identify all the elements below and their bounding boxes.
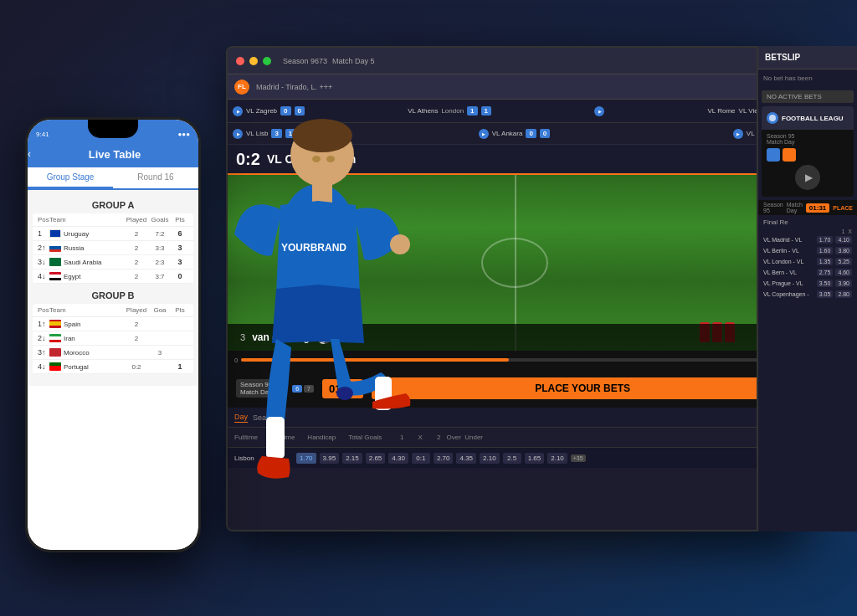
score-prague: 1: [285, 129, 295, 138]
fr-odd-5-x[interactable]: 3.90: [835, 280, 852, 287]
standing-header-b: Pos Team Played Goa Pts: [33, 304, 193, 317]
played-iran: 2: [125, 335, 148, 342]
fr-place-btn[interactable]: PLACE: [833, 205, 853, 211]
odd-hc-2[interactable]: 2.70: [434, 453, 454, 464]
fr-odd-3-1[interactable]: 1.35: [817, 258, 834, 265]
row-portugal: 4↓ Portugal 0:2 1: [33, 360, 193, 374]
play-btn-2[interactable]: [594, 106, 604, 116]
played-saudi: 2: [125, 259, 148, 266]
tab-round-16[interactable]: Round 16: [113, 167, 198, 188]
sh-team-a: Team: [49, 216, 125, 223]
fr-team-5: VL Prague - VL: [763, 280, 817, 286]
fr-odd-4-1[interactable]: 2.75: [817, 269, 834, 276]
team-morocco: Morocco: [64, 349, 125, 357]
no-active-bets: NO ACTIVE BETS: [762, 90, 854, 103]
odd-tg-2[interactable]: 2.5: [503, 453, 521, 464]
played-egypt: 2: [125, 273, 148, 280]
sh-goals-b: Goa: [148, 306, 172, 314]
fr-odd-2-x[interactable]: 3.80: [835, 247, 852, 254]
betslip-header: BETSLIP: [758, 46, 857, 69]
fr-odd-3-x[interactable]: 5.25: [835, 258, 852, 265]
fr-odd-6-x[interactable]: 2.80: [835, 290, 852, 298]
row-egypt: 4↓ Egypt 2 3:7 0: [33, 270, 193, 284]
score-zagreb: 0: [280, 106, 290, 116]
football-field: 📊 ≡ 3 van de Berg ⚽: [228, 175, 802, 351]
odd-ht-1[interactable]: 3.95: [320, 453, 340, 464]
fr-odd-1-1[interactable]: 1.70: [817, 236, 834, 244]
fr-odd-5-1[interactable]: 3.50: [817, 280, 834, 287]
pos-spain: 1↑: [38, 320, 49, 328]
odd-over[interactable]: 1.65: [525, 453, 545, 464]
pos-saudi: 3↓: [38, 258, 49, 266]
no-bet-message: No bet has been: [758, 69, 857, 87]
sh-x: X: [413, 434, 428, 441]
final-results: Final Re 1 X VL Madrid - VL 1.70 4.10 VL…: [758, 215, 857, 305]
total-goals-sub: Over Under: [446, 434, 480, 441]
odd-tg-x[interactable]: 2.10: [480, 453, 500, 464]
halftime-label: Halftime: [270, 434, 295, 441]
standing-header-a: Pos Team Played Goals Pts: [33, 213, 193, 227]
play-btn-5[interactable]: [733, 129, 743, 139]
day-tab[interactable]: Day: [234, 413, 248, 423]
row-iran: 2↓ Iran 2: [33, 331, 193, 346]
row-russia: 2↑ Russia 2 3:3 3: [33, 241, 193, 255]
fr-team-2: VL Berlin - VL: [763, 248, 817, 254]
place-bets-button[interactable]: PLACE YOUR BETS: [372, 377, 793, 399]
fr-row-1: VL Madrid - VL 1.70 4.10: [763, 236, 852, 244]
handicap-col-group: Handicap: [307, 434, 336, 441]
scorer-number: 3: [240, 332, 245, 342]
betslip-title: BETSLIP: [765, 53, 800, 62]
odd-ft-1[interactable]: 1.70: [296, 453, 316, 464]
phone-tabs: Group Stage Round 16: [28, 167, 198, 190]
bet-team-name: Lisbon: [234, 454, 293, 462]
odd-tg-1[interactable]: 4.35: [456, 453, 476, 464]
round-6[interactable]: 6: [292, 385, 302, 393]
sh-team-b: Team: [49, 306, 125, 314]
pts-portugal: 1: [172, 362, 188, 371]
plus-badge[interactable]: +35: [571, 454, 586, 462]
bet-timer: 01:34: [322, 379, 363, 398]
play-btn-4[interactable]: [479, 129, 489, 139]
play-large-button[interactable]: [795, 165, 820, 190]
fr-team-1: VL Madrid - VL: [763, 237, 817, 243]
sh-pts-a: Pts: [172, 216, 188, 223]
timeline-bar: 0 45 90: [228, 351, 802, 369]
match-day-label: Match Day 5: [332, 57, 375, 65]
team-russia: Russia: [64, 244, 125, 252]
total-goals-label: Total Goals: [348, 434, 382, 441]
fr-odd-1-x[interactable]: 4.10: [835, 236, 852, 244]
fr-odd-2-1[interactable]: 1.60: [817, 247, 834, 254]
odd-ht-2[interactable]: 2.65: [366, 453, 386, 464]
sub-headers-1x2: 1 X 2: [394, 434, 446, 441]
desktop-screen: Season 9673 Match Day 5 FL Madrid - Tira…: [226, 46, 803, 531]
betting-row: Lisbon 1.70 3.95 2.15 2.65 4.30 0:1 2.70…: [228, 448, 802, 468]
odd-ht-x[interactable]: 2.15: [342, 453, 362, 464]
odd-hc-x[interactable]: 0:1: [412, 453, 430, 464]
odd-hc-1[interactable]: 4.30: [388, 453, 408, 464]
played-russia: 2: [125, 244, 148, 252]
play-btn-3[interactable]: [233, 129, 243, 139]
played-portugal: 0:2: [125, 363, 148, 371]
play-btn-1[interactable]: [233, 106, 243, 116]
season-tab[interactable]: Season: [253, 413, 279, 422]
goals-saudi: 2:3: [148, 259, 172, 266]
goals-uruguay: 7:2: [148, 230, 172, 238]
odd-under[interactable]: 2.10: [547, 453, 567, 464]
score-ankara: 0: [526, 129, 536, 138]
pts-russia: 3: [172, 244, 188, 252]
match-ankara: VL Ankara 0 0: [479, 129, 551, 139]
maximize-dot: [263, 57, 271, 65]
tab-group-stage[interactable]: Group Stage: [28, 167, 113, 188]
match-zagreb: VL Zagreb 0 0: [233, 106, 305, 116]
team-saudi: Saudi Arabia: [64, 259, 125, 266]
minimize-dot: [249, 57, 258, 65]
team-iran: Iran: [64, 335, 125, 342]
standing-table-b: Pos Team Played Goa Pts 1↑ Spain 2: [33, 304, 193, 374]
round-7[interactable]: 7: [304, 385, 314, 393]
played-uruguay: 2: [125, 230, 148, 238]
fr-team-6: VL Copenhagen -: [763, 291, 817, 297]
season-label: Season 9673: [283, 57, 327, 65]
fr-odd-6-1[interactable]: 3.05: [817, 290, 834, 298]
score-madrid: 0: [540, 129, 550, 138]
fr-odd-4-x[interactable]: 4.60: [835, 269, 852, 276]
